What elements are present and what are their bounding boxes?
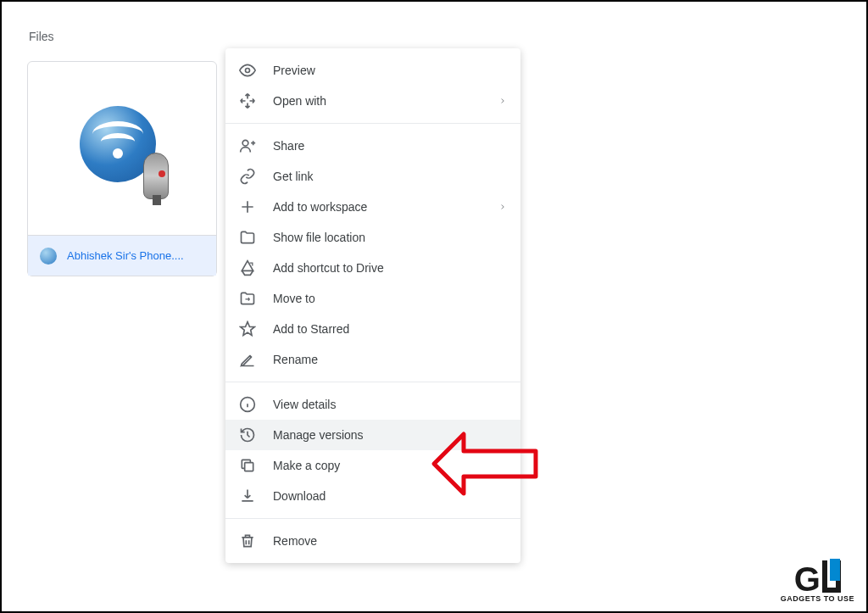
menu-label: Manage versions	[273, 428, 364, 442]
chevron-right-icon	[498, 93, 507, 109]
menu-label: Move to	[273, 292, 315, 305]
chevron-right-icon	[498, 199, 507, 215]
menu-view-details[interactable]: View details	[225, 389, 520, 420]
watermark-text: GADGETS TO USE	[781, 594, 854, 603]
menu-label: Show file location	[273, 231, 365, 244]
svg-point-0	[246, 69, 250, 73]
menu-label: Open with	[273, 94, 326, 108]
file-info-bar[interactable]: Abhishek Sir's Phone....	[28, 235, 216, 276]
menu-preview[interactable]: Preview	[225, 55, 520, 86]
star-icon	[239, 320, 256, 337]
menu-share[interactable]: Share	[225, 131, 520, 161]
divider	[225, 518, 520, 519]
menu-label: Add to Starred	[273, 322, 349, 336]
menu-rename[interactable]: Rename	[225, 344, 520, 375]
watermark: G GADGETS TO USE	[781, 560, 854, 603]
menu-label: Add shortcut to Drive	[273, 261, 384, 275]
context-menu: Preview Open with Share Get link Add to …	[225, 48, 520, 563]
menu-label: Remove	[273, 534, 317, 548]
menu-label: Download	[273, 489, 326, 503]
copy-icon	[239, 457, 256, 474]
menu-add-shortcut[interactable]: Add shortcut to Drive	[225, 253, 520, 283]
menu-label: Rename	[273, 353, 318, 366]
svg-rect-3	[245, 463, 253, 471]
history-icon	[239, 426, 256, 443]
divider	[225, 382, 520, 382]
divider	[225, 123, 520, 124]
app-icon	[80, 106, 164, 191]
menu-manage-versions[interactable]: Manage versions	[225, 420, 520, 450]
folder-icon	[239, 229, 256, 246]
menu-label: Add to workspace	[273, 200, 367, 214]
file-card[interactable]: Abhishek Sir's Phone....	[27, 61, 217, 276]
menu-make-copy[interactable]: Make a copy	[225, 450, 520, 481]
drive-shortcut-icon	[239, 259, 256, 276]
move-icon	[239, 92, 256, 109]
menu-label: Preview	[273, 64, 315, 77]
file-type-icon	[40, 248, 57, 265]
menu-get-link[interactable]: Get link	[225, 161, 520, 192]
menu-label: Get link	[273, 170, 313, 183]
menu-add-starred[interactable]: Add to Starred	[225, 314, 520, 344]
file-thumbnail	[28, 62, 216, 235]
folder-move-icon	[239, 290, 256, 307]
trash-icon	[239, 532, 256, 549]
file-name-label: Abhishek Sir's Phone....	[67, 249, 184, 262]
person-add-icon	[239, 137, 256, 154]
menu-label: View details	[273, 398, 336, 411]
menu-label: Make a copy	[273, 459, 340, 472]
pencil-icon	[239, 351, 256, 368]
section-header: Files	[29, 30, 54, 43]
watermark-logo: G	[794, 560, 841, 593]
download-icon	[239, 488, 256, 504]
svg-point-1	[242, 140, 248, 146]
eye-icon	[239, 62, 256, 79]
link-icon	[239, 168, 256, 185]
menu-add-workspace[interactable]: Add to workspace	[225, 192, 520, 222]
menu-remove[interactable]: Remove	[225, 526, 520, 556]
menu-show-location[interactable]: Show file location	[225, 222, 520, 253]
menu-download[interactable]: Download	[225, 481, 520, 511]
plus-icon	[239, 198, 256, 215]
info-icon	[239, 396, 256, 413]
menu-label: Share	[273, 139, 304, 153]
menu-open-with[interactable]: Open with	[225, 86, 520, 116]
menu-move-to[interactable]: Move to	[225, 283, 520, 314]
